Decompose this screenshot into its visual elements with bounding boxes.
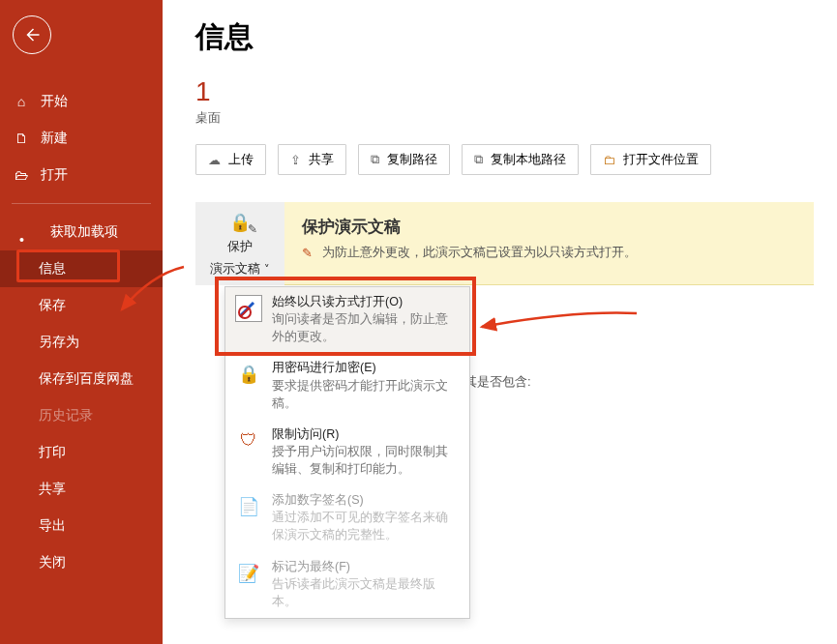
protect-info-desc: 为防止意外更改，此演示文稿已设置为以只读方式打开。 — [322, 244, 637, 261]
button-label: 打开文件位置 — [623, 151, 699, 168]
sidebar-item-label: 新建 — [41, 130, 68, 147]
dropdown-item-desc: 授予用户访问权限，同时限制其编辑、复制和打印能力。 — [272, 443, 460, 478]
protect-dropdown: 始终以只读方式打开(O)询问读者是否加入编辑，防止意外的更改。 🔒 用密码进行加… — [224, 286, 470, 619]
sidebar-item-history[interactable]: 历史记录 — [0, 397, 163, 434]
upload-button[interactable]: ☁上传 — [195, 144, 266, 175]
dropdown-item-final: 📝 标记为最终(F)告诉读者此演示文稿是最终版本。 — [225, 552, 469, 618]
sidebar-item-info[interactable]: 信息 — [0, 250, 163, 287]
link-icon: ⧉ — [474, 152, 483, 167]
dropdown-item-restrict[interactable]: 🛡 限制访问(R)授予用户访问权限，同时限制其编辑、复制和打印能力。 — [225, 420, 469, 485]
sidebar-item-label: 信息 — [39, 260, 66, 278]
sidebar-item-label: 关闭 — [39, 554, 66, 571]
protect-info-title: 保护演示文稿 — [302, 216, 796, 238]
cloud-upload-icon: ☁ — [208, 153, 221, 167]
pen-icon: ✎ — [248, 222, 257, 236]
protect-presentation-section: 🔒✎ 保护 演示文稿 保护演示文稿 ✎为防止意外更改，此演示文稿已设置为以只读方… — [195, 202, 814, 285]
sidebar-item-label: 共享 — [39, 481, 66, 498]
dropdown-item-readonly[interactable]: 始终以只读方式打开(O)询问读者是否加入编辑，防止意外的更改。 — [225, 287, 469, 353]
sidebar-item-label: 开始 — [41, 93, 68, 110]
sidebar-item-label: 另存为 — [39, 334, 79, 351]
folder-icon: 🗀 — [603, 153, 615, 167]
dropdown-item-title: 添加数字签名(S) — [272, 491, 460, 509]
sidebar-item-label: 保存 — [39, 297, 66, 314]
document-location: 桌面 — [195, 109, 814, 127]
sidebar-item-home[interactable]: ⌂开始 — [0, 83, 163, 120]
dropdown-item-desc: 通过添加不可见的数字签名来确保演示文稿的完整性。 — [272, 509, 460, 543]
sidebar-item-label: 导出 — [39, 517, 66, 535]
dropdown-item-title: 用密码进行加密(E) — [272, 359, 460, 376]
protect-button-line1: 保护 — [227, 239, 253, 255]
dropdown-item-encrypt[interactable]: 🔒 用密码进行加密(E)要求提供密码才能打开此演示文稿。 — [225, 353, 469, 419]
sidebar: ⌂开始 🗋新建 🗁打开 获取加载项 信息 保存 另存为 保存到百度网盘 历史记录… — [0, 0, 163, 644]
restrict-access-icon: 🛡 — [235, 427, 262, 454]
sidebar-item-label: 打印 — [39, 444, 66, 461]
dropdown-item-title: 标记为最终(F) — [272, 558, 460, 575]
copy-local-path-button[interactable]: ⧉复制本地路径 — [462, 144, 579, 175]
pen-icon: ✎ — [302, 246, 313, 260]
protect-button-line2: 演示文稿 — [210, 261, 269, 278]
final-mark-icon: 📝 — [235, 560, 262, 587]
open-file-location-button[interactable]: 🗀打开文件位置 — [590, 144, 711, 175]
readonly-icon — [235, 295, 262, 322]
page-title: 信息 — [195, 17, 814, 57]
button-label: 复制本地路径 — [491, 151, 566, 168]
back-button[interactable] — [13, 15, 51, 54]
sidebar-item-new[interactable]: 🗋新建 — [0, 120, 163, 157]
sidebar-item-share[interactable]: 共享 — [0, 471, 163, 508]
protect-info-panel: 保护演示文稿 ✎为防止意外更改，此演示文稿已设置为以只读方式打开。 — [284, 202, 814, 285]
certificate-icon: 📄 — [235, 493, 262, 520]
dropdown-item-desc: 要求提供密码才能打开此演示文稿。 — [272, 377, 460, 412]
folder-open-icon: 🗁 — [14, 167, 29, 183]
toolbar: ☁上传 ⇪共享 ⧉复制路径 ⧉复制本地路径 🗀打开文件位置 — [195, 144, 814, 175]
dropdown-item-title: 限制访问(R) — [272, 425, 460, 443]
button-label: 上传 — [228, 151, 254, 168]
file-icon: 🗋 — [14, 131, 29, 146]
sidebar-item-save-baidu[interactable]: 保存到百度网盘 — [0, 361, 163, 397]
dropdown-item-title: 始终以只读方式打开(O) — [272, 293, 460, 310]
sidebar-item-saveas[interactable]: 另存为 — [0, 324, 163, 361]
sidebar-item-addins[interactable]: 获取加载项 — [0, 214, 163, 250]
link-icon: ⧉ — [371, 152, 379, 167]
dropdown-item-desc: 告诉读者此演示文稿是最终版本。 — [272, 575, 460, 610]
sidebar-item-label: 历史记录 — [39, 407, 93, 424]
share-icon: ⇪ — [290, 153, 301, 167]
sidebar-item-open[interactable]: 🗁打开 — [0, 157, 163, 193]
sidebar-item-close[interactable]: 关闭 — [0, 544, 163, 581]
button-label: 共享 — [309, 151, 334, 168]
dropdown-item-signature: 📄 添加数字签名(S)通过添加不可见的数字签名来确保演示文稿的完整性。 — [225, 485, 469, 551]
document-title: 1 — [195, 76, 814, 107]
lock-icon: 🔒 — [235, 361, 262, 388]
button-label: 复制路径 — [387, 151, 437, 168]
home-icon: ⌂ — [14, 94, 29, 109]
share-button[interactable]: ⇪共享 — [278, 144, 346, 175]
lock-icon: 🔒✎ — [229, 212, 251, 233]
sidebar-item-label: 打开 — [41, 166, 68, 184]
dropdown-item-desc: 询问读者是否加入编辑，防止意外的更改。 — [272, 310, 460, 345]
sidebar-item-label: 保存到百度网盘 — [39, 370, 134, 388]
sidebar-item-save[interactable]: 保存 — [0, 287, 163, 324]
sidebar-item-label: 获取加载项 — [50, 223, 118, 241]
copy-path-button[interactable]: ⧉复制路径 — [358, 144, 450, 175]
sidebar-item-print[interactable]: 打印 — [0, 434, 163, 471]
sidebar-item-export[interactable]: 导出 — [0, 508, 163, 544]
protect-presentation-button[interactable]: 🔒✎ 保护 演示文稿 — [195, 202, 284, 285]
